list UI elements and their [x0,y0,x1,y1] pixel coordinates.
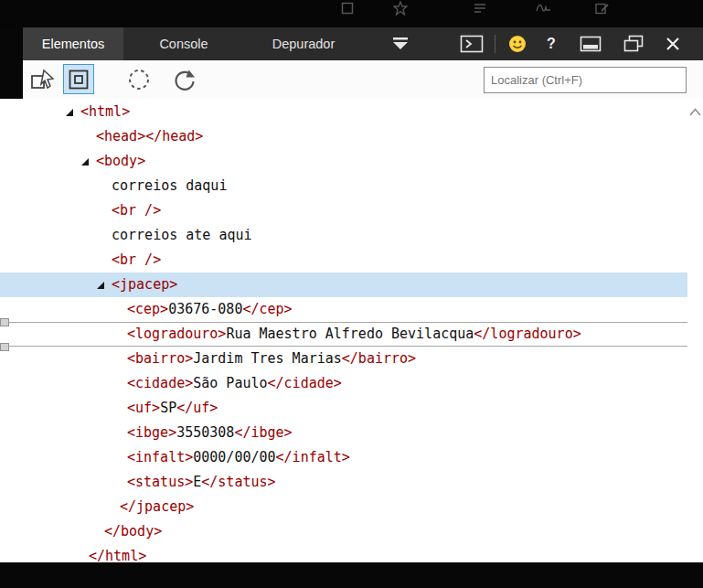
open-console-icon[interactable] [457,33,486,55]
help-label: ? [547,36,556,52]
dom-text: correios daqui [112,177,227,194]
dom-text: São Paulo [193,375,267,391]
dom-tree-row-content: <br /> [0,198,687,223]
dom-tag: </bairro> [342,350,416,367]
dom-tag: <logradouro> [127,326,226,342]
left-edge-strip [0,27,23,99]
dom-tree-row-content: <cep>03676-080</cep> [0,297,687,322]
more-tabs-chevron-icon[interactable] [388,33,413,55]
dom-tree-row-content: <cidade>São Paulo</cidade> [0,371,687,396]
splitter-handle[interactable] [0,318,9,326]
dom-tag: <html> [80,103,130,120]
dom-text: 3550308 [176,424,234,441]
share-icon[interactable] [594,1,611,16]
find-box [484,67,687,93]
refresh-dom-button[interactable] [169,65,200,94]
select-element-button[interactable] [27,65,58,94]
dom-tree-row-content: <status>E</status> [0,470,687,495]
dom-tag: </cep> [242,301,292,317]
dom-tree-row[interactable]: <br /> [0,248,687,273]
dom-tree-row-content: correios daqui [0,174,687,198]
dom-tree-row[interactable]: <head></head> [0,124,687,149]
dom-tag: <infalt> [127,449,193,465]
highlight-element-button[interactable] [63,64,94,94]
unpin-window-icon[interactable] [620,33,647,55]
dom-tree-row[interactable]: <uf>SP</uf> [0,396,687,421]
tab-depurador[interactable]: Depurador [245,27,362,60]
dom-tree-row[interactable]: <cidade>São Paulo</cidade> [0,371,687,396]
dom-tree-row-content: correios ate aqui [0,223,687,248]
splitter-handle[interactable] [0,343,9,351]
dom-tree-row[interactable]: </body> [0,519,687,544]
bottom-bar [0,562,703,588]
dom-tag: <bairro> [127,350,193,367]
dom-tree-row[interactable]: <status>E</status> [0,470,687,495]
expand-arrow-icon[interactable] [66,109,73,116]
dom-tag: <ibge> [127,424,176,441]
tab-label: Console [159,37,208,51]
dom-tree-row-content: <logradouro>Rua Maestro Alfredo Bevilacq… [0,323,687,346]
expand-arrow-icon[interactable] [97,282,104,289]
tab-console[interactable]: Console [128,27,240,60]
dom-tag: </status> [201,474,275,490]
dom-tag: </logradouro> [474,326,581,342]
dom-text: Rua Maestro Alfredo Bevilacqua [226,326,474,342]
tab-label: Elementos [42,37,105,51]
tab-label: Depurador [272,37,336,51]
close-icon[interactable] [660,33,686,55]
dom-tree-row[interactable]: <bairro>Jardim Tres Marias</bairro> [0,347,687,371]
dom-text: 0000/00/00 [193,449,275,465]
dom-tag: <jpacep> [112,276,177,293]
dom-tree-row[interactable]: <cep>03676-080</cep> [0,297,687,322]
dom-tag: <br /> [112,202,161,219]
tab-elementos[interactable]: Elementos [23,27,123,60]
dashed-circle-icon [126,67,152,92]
dom-tree-row[interactable]: <body> [0,149,687,174]
reading-list-icon[interactable] [473,1,489,16]
dom-tag: <status> [127,474,193,490]
nested-squares-icon [68,69,90,91]
circular-arrow-icon [172,67,197,92]
dom-text: SP [160,400,176,416]
favorites-star-icon[interactable] [393,1,410,16]
toolbar-separator [495,35,495,53]
web-note-icon[interactable] [536,1,552,16]
dom-tag: </uf> [176,400,218,416]
dom-tree-row-content: <body> [0,149,687,174]
dom-text: 03676-080 [168,301,242,317]
frame-icon[interactable] [340,1,357,16]
dom-tree-row-content: <infalt>0000/00/00</infalt> [0,445,687,470]
dom-tree-row[interactable]: </jpacep> [0,495,687,519]
dom-text: E [193,474,201,490]
select-element-icon [29,67,55,92]
scroll-up-icon[interactable] [688,106,702,123]
dom-text: Jardim Tres Marias [193,350,342,367]
dom-tree-row[interactable]: <jpacep> [0,273,687,297]
dom-tag: <uf> [127,400,160,416]
dom-tree-row-content: <bairro>Jardim Tres Marias</bairro> [0,347,687,371]
dom-tag: </body> [104,523,162,540]
dom-tag: <head></head> [96,128,203,144]
dom-tree-row-content: <head></head> [0,124,687,149]
feedback-smiley-icon[interactable] [505,33,530,55]
browser-topbar [0,0,703,27]
dom-tree-row[interactable]: <logradouro>Rua Maestro Alfredo Bevilacq… [0,322,687,347]
dom-tree-row-content: <br /> [0,248,687,273]
dom-tree-row[interactable]: correios ate aqui [0,223,687,248]
dom-tree-row[interactable]: correios daqui [0,174,687,198]
vertical-scrollbar[interactable] [687,99,703,562]
dock-bottom-icon[interactable] [578,33,603,55]
dom-tree-row-content: <ibge>3550308</ibge> [0,421,687,445]
dom-tree-row[interactable]: <br /> [0,198,687,223]
expand-arrow-icon[interactable] [81,158,89,166]
dom-tree-row[interactable]: <infalt>0000/00/00</infalt> [0,445,687,470]
help-icon[interactable]: ? [539,33,563,55]
dom-tag: </infalt> [276,449,350,465]
dom-text: correios ate aqui [112,227,252,243]
dom-tree-row[interactable]: <html> [0,100,687,124]
dom-tree-row[interactable]: </html> [0,544,687,562]
search-input[interactable] [485,68,686,92]
element-outline-toggle-button[interactable] [123,65,154,94]
dom-tree-row[interactable]: <ibge>3550308</ibge> [0,421,687,445]
devtools-tab-bar: Elementos Console Depurador ? [0,27,703,60]
